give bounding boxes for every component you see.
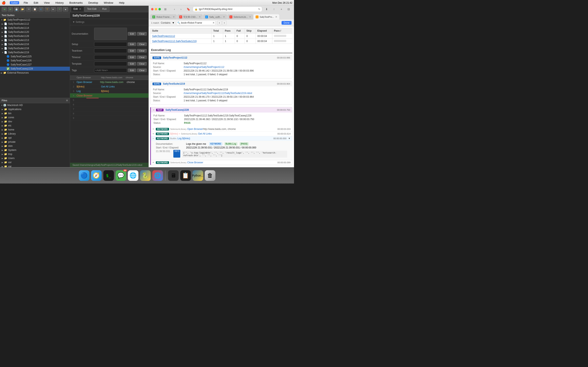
tab-close-1[interactable]: ✕ [199,16,201,18]
kw-row-8[interactable]: 8 [70,111,148,116]
kw-row-4[interactable]: 4 Close Browser [70,93,148,98]
input-documentation[interactable] [94,28,127,40]
btn-timeout-clear[interactable]: Clear [137,55,147,59]
tree-item-c1226[interactable]: 🔵 SallyTestCase1226 [0,58,70,63]
menu-bookmarks[interactable]: Bookmarks [68,1,84,4]
input-timeout[interactable] [94,55,127,59]
tl-minimize[interactable] [155,8,157,10]
menu-develop[interactable]: Develop [87,1,99,4]
tree-item-ext[interactable]: ▶ 📁 External Resources [0,71,70,75]
kw-expand-0[interactable]: + [153,128,156,131]
toolbar-open[interactable]: 📂 [20,7,25,12]
tree-item-users[interactable]: ▶ 📁 Users [0,156,70,160]
tree-item-cores[interactable]: ▶ 📁 cores [0,115,70,119]
kw-row-1-arg2[interactable]: chrome [125,80,148,84]
tree-item-var[interactable]: ▶ 📁 var [0,164,70,167]
tree-item-s1112[interactable]: ▶ 📄 SallyTestSuite1112 [0,22,70,26]
find-input[interactable] [181,21,212,24]
test-collapse-icon[interactable]: − [153,108,154,111]
btn-template-clear[interactable]: Clear [137,62,147,66]
detail-value-source-1[interactable]: /Users/chengrui/SallyTestProject1112/Sal… [183,92,252,95]
browser-new-tab-button[interactable]: + [278,7,284,12]
toolbar-dot[interactable]: ● [63,7,68,12]
tl-maximize[interactable] [158,8,161,10]
tree-item-home[interactable]: ▶ 📁 home [0,128,70,132]
btn-setup-edit[interactable]: Edit [128,42,136,46]
kw-expand-1[interactable]: + [153,132,156,135]
tree-item-dev[interactable]: ▶ 📁 dev [0,119,70,124]
browser-tab-2[interactable]: C Sally_xy的... ✕ [203,14,227,20]
kw-row-1-arg1[interactable]: http://www.baidu.com [98,80,125,84]
kw-row-9-arg1[interactable] [99,118,124,118]
stats-suite-1[interactable]: SallyTestProject1112.SallyTestSuite1219 [150,39,212,44]
menu-history[interactable]: History [54,1,65,4]
browser-back-button[interactable]: ‹ [172,7,177,12]
tree-item-s1120[interactable]: ▶ 📄 SallyTestSuite1120 [0,30,70,34]
tree-item-s1114[interactable]: ▶ 📄 SallyTestSuite1114 [0,26,70,30]
tree-item-root[interactable]: ▼ 📁 SallyTestProject1112 [0,18,70,22]
toolbar-k[interactable]: K [38,7,44,12]
btn-template-edit[interactable]: Edit [128,62,136,66]
kw-row-8-arg1[interactable] [99,113,124,114]
kw-row-9-kw[interactable] [75,118,99,118]
btn-setup-clear[interactable]: Clear [137,42,147,46]
tree-item-hd[interactable]: ▼ 💽 Macintosh HD [0,103,70,107]
tree-item-c1227[interactable]: 🔵 SallyTestCase1227 [0,63,70,67]
tl-close[interactable] [151,8,154,10]
menu-window[interactable]: Window [103,1,114,4]
dock-item-trash[interactable]: 🗑 [205,170,215,181]
tree-item-s1128[interactable]: ▶ 📄 SallyTestSuite1128 [0,34,70,38]
tree-item-etc[interactable]: ▶ 📁 etc [0,124,70,128]
kw-row-8-arg2[interactable] [124,113,148,114]
browser-tab-3[interactable]: R SeleniumLib... ✕ [227,14,253,20]
menu-edit[interactable]: Edit [33,1,39,4]
find-done-button[interactable]: Done [282,21,292,25]
find-clear-icon[interactable]: ✕ [213,21,215,24]
btn-teardown-edit[interactable]: Edit [128,49,136,53]
toolbar-run[interactable]: ▸ [51,7,56,12]
input-template[interactable] [94,62,127,66]
tree-item-bin[interactable]: ▶ 📁 bin [0,111,70,115]
tree-item-opt[interactable]: ▶ 📁 opt [0,136,70,140]
btn-tags-edit[interactable]: Edit [128,68,136,72]
kw-row-2-arg2[interactable] [124,86,148,87]
tab-edit[interactable]: Edit ✕ [71,6,84,12]
menu-file[interactable]: File [22,1,29,4]
browser-tabs-button[interactable]: ⊟ [286,7,292,12]
exec-entry-suite-1-header[interactable]: SUITE SallyTestSuite1219 00:00:03.964 [150,81,292,86]
tree-item-c1228[interactable]: ✅ SallyTestCaseq1228 [0,67,70,71]
kw-log-get-links[interactable]: + KEYWORD ${links} = SeleniumLibrary. Ge… [151,132,292,136]
dock-item-ide[interactable]: 📋 [180,170,191,181]
dock-item-wechat[interactable]: 💬 99 [116,170,126,181]
kw-log-close-browser[interactable]: + KEYWORD SeleniumLibrary. Close Browser… [151,160,292,165]
kw-row-5-arg2[interactable] [124,100,148,100]
tree-item-sbin[interactable]: ▶ 📁 sbin [0,144,70,148]
tab-text-edit[interactable]: Text Edit [85,6,99,12]
apple-menu[interactable]: 🍎 [2,1,6,5]
reload-icon[interactable]: ↻ [258,8,260,11]
kw-row-4-kw[interactable]: Close Browser [75,94,99,98]
kw-row-7-kw[interactable] [75,109,99,109]
dock-item-python2[interactable]: Python... [192,170,203,181]
sidebar-toggle-button[interactable]: ⊞ [163,7,168,12]
dock-item-safari[interactable]: 🧭 [91,170,102,181]
browser-tab-4[interactable]: S SallyTestPro... ✕ [254,14,279,20]
kw-row-5[interactable]: 5 [70,98,148,102]
tree-item-s1216[interactable]: ▶ 📄 SallyTestSuite1216 [0,42,70,46]
browser-forward-button[interactable]: › [178,7,184,12]
tab-close-0[interactable]: ✕ [173,16,175,18]
exec-entry-suite-0-header[interactable]: SUITE SallyTestProject1112 00:00:03.996 [150,55,292,60]
browser-download-button[interactable]: ⬇ [264,7,269,12]
find-type[interactable]: Contains [161,21,170,24]
kw-row-7-arg1[interactable] [99,109,124,109]
btn-timeout-edit[interactable]: Edit [128,55,136,59]
dock-item-python1[interactable]: 🐍 [140,170,151,181]
toolbar-cut[interactable]: ✂ [26,7,31,12]
browser-tab-0[interactable]: R Robot Frame... ✕ [150,14,177,20]
dock-item-finder[interactable]: 🔵 [79,170,89,181]
dock-item-chrome1[interactable]: 🌐 [128,170,138,181]
tree-item-library[interactable]: ▶ 📁 Library [0,132,70,136]
kw-log-log[interactable]: − KEYWORD BuiltIn. Log ${links} 00:00:00… [151,136,292,141]
tab-close-4[interactable]: ✕ [275,16,277,18]
browser-tab-1[interactable]: 写 写文章-CSD... ✕ [177,14,203,20]
